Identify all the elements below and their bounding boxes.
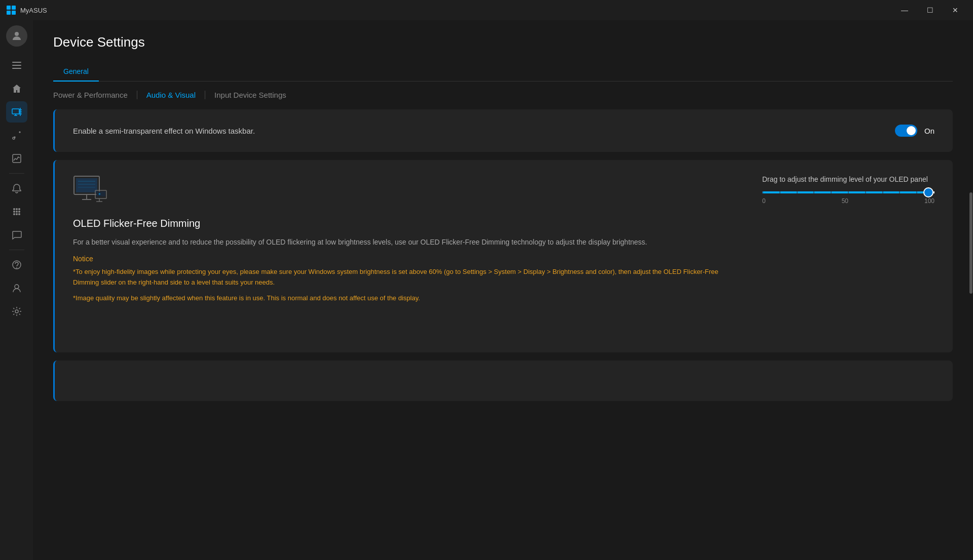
oled-section: ✦ OLED Flicker-Free Dimming For a better…: [73, 175, 934, 309]
toggle-row: On: [895, 125, 934, 137]
tabs-row: General: [53, 62, 953, 82]
main-content: Device Settings General Power & Performa…: [33, 20, 973, 560]
oled-card: ✦ OLED Flicker-Free Dimming For a better…: [53, 160, 953, 352]
taskbar-card: Enable a semi-transparent effect on Wind…: [53, 109, 953, 152]
svg-rect-2: [7, 11, 11, 15]
sidebar-divider-1: [9, 173, 24, 174]
sidebar-item-settings[interactable]: [6, 301, 27, 322]
slider-thumb[interactable]: [923, 187, 933, 197]
slider-mid-label: 50: [842, 197, 848, 205]
oled-monitor-icon: ✦: [73, 175, 742, 208]
oled-description: For a better visual experience and to re…: [73, 236, 742, 248]
subnav-power-performance[interactable]: Power & Performance: [53, 91, 137, 99]
maximize-button[interactable]: ☐: [918, 2, 942, 18]
slider-max-label: 100: [924, 197, 934, 205]
window-controls: — ☐ ✕: [893, 2, 967, 18]
slider-container: 0 50 100: [762, 191, 934, 205]
scrollbar-thumb[interactable]: [969, 192, 972, 294]
toggle-knob: [907, 126, 916, 135]
svg-point-21: [16, 211, 18, 213]
oled-right: Drag to adjust the dimming level of your…: [762, 175, 934, 205]
app-name: MyASUS: [20, 7, 47, 14]
taskbar-row: Enable a semi-transparent effect on Wind…: [73, 125, 934, 137]
slider-value-labels: 0 50 100: [762, 197, 934, 205]
oled-notice-title: Notice: [73, 255, 742, 263]
svg-rect-6: [12, 65, 21, 66]
svg-point-20: [13, 211, 15, 213]
svg-point-18: [16, 208, 18, 210]
page-title: Device Settings: [53, 34, 953, 50]
svg-rect-1: [12, 6, 16, 10]
avatar[interactable]: [6, 25, 27, 47]
oled-notice-text2: *Image quality may be slightly affected …: [73, 293, 742, 304]
svg-point-23: [13, 213, 15, 215]
titlebar-left: MyASUS: [6, 5, 47, 15]
oled-title: OLED Flicker-Free Dimming: [73, 218, 742, 229]
sidebar-item-tools[interactable]: [6, 125, 27, 146]
subnav-input-device[interactable]: Input Device Settings: [205, 91, 295, 99]
sidebar-item-messages[interactable]: [6, 224, 27, 246]
svg-point-19: [18, 208, 20, 210]
svg-point-22: [18, 211, 20, 213]
sidebar-item-diagnostics[interactable]: [6, 148, 27, 169]
svg-rect-31: [76, 178, 97, 192]
minimize-button[interactable]: —: [893, 2, 916, 18]
toggle-label: On: [924, 127, 934, 135]
svg-rect-3: [12, 11, 16, 15]
sidebar-item-hamburger[interactable]: [6, 55, 27, 76]
tab-general[interactable]: General: [53, 62, 99, 82]
svg-point-27: [16, 267, 17, 268]
svg-rect-5: [12, 62, 21, 63]
sidebar-item-device-settings[interactable]: [6, 101, 27, 123]
svg-point-28: [15, 285, 19, 289]
taskbar-description: Enable a semi-transparent effect on Wind…: [73, 127, 255, 135]
subnav-audio-visual[interactable]: Audio & Visual: [137, 91, 205, 99]
svg-point-17: [13, 208, 15, 210]
svg-point-25: [18, 213, 20, 215]
app-logo: [6, 5, 16, 15]
sidebar-item-notification[interactable]: [6, 178, 27, 199]
sidebar-divider-2: [9, 250, 24, 250]
subnav: Power & Performance Audio & Visual Input…: [53, 82, 953, 99]
svg-rect-7: [12, 68, 21, 69]
slider-description: Drag to adjust the dimming level of your…: [762, 175, 934, 183]
sidebar: [0, 20, 33, 560]
svg-point-15: [13, 137, 15, 139]
bottom-card: [53, 361, 953, 401]
app-container: Device Settings General Power & Performa…: [0, 20, 973, 560]
subnav-container: Power & Performance Audio & Visual Input…: [33, 82, 973, 99]
svg-text:✦: ✦: [98, 192, 101, 196]
taskbar-toggle[interactable]: [895, 125, 917, 137]
svg-rect-16: [13, 154, 21, 163]
sidebar-item-account[interactable]: [6, 277, 27, 299]
svg-point-29: [15, 310, 18, 313]
slider-min-label: 0: [762, 197, 766, 205]
close-button[interactable]: ✕: [944, 2, 967, 18]
svg-point-4: [15, 32, 19, 36]
scrollable-content: Enable a semi-transparent effect on Wind…: [33, 99, 973, 560]
titlebar: MyASUS — ☐ ✕: [0, 0, 973, 20]
svg-point-24: [16, 213, 18, 215]
sidebar-item-support[interactable]: [6, 254, 27, 275]
svg-rect-8: [12, 109, 19, 114]
sidebar-item-apps[interactable]: [6, 201, 27, 222]
oled-left: ✦ OLED Flicker-Free Dimming For a better…: [73, 175, 742, 309]
oled-notice-text1: *To enjoy high-fidelity images while pro…: [73, 267, 742, 288]
svg-rect-0: [7, 6, 11, 10]
scrollbar-track: [969, 41, 973, 560]
slider-track: [762, 191, 934, 193]
page-header: Device Settings General: [33, 20, 973, 82]
sidebar-item-home[interactable]: [6, 78, 27, 99]
